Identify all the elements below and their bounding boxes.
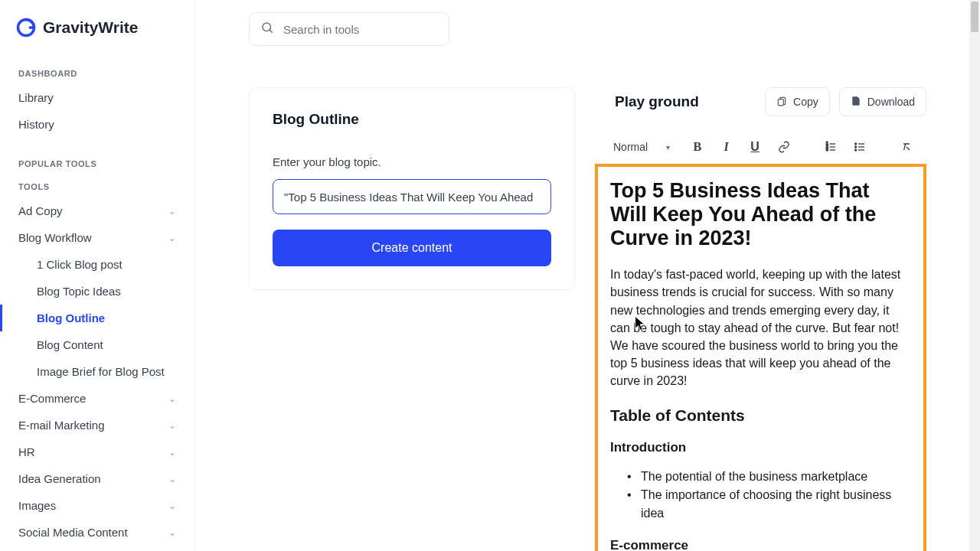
editor-toolbar: Normal ▾ B I U 123: [595, 130, 926, 164]
sidebar-item-label: 1 Click Blog post: [37, 258, 122, 271]
sidebar-item-images[interactable]: Images ⌄: [0, 492, 194, 519]
search-box[interactable]: [249, 12, 449, 46]
sidebar-item-idea[interactable]: Idea Generation ⌄: [0, 465, 194, 492]
section-dashboard: DASHBOARD: [0, 61, 194, 84]
italic-button[interactable]: I: [717, 138, 736, 156]
output-intro-list: The potential of the business marketplac…: [610, 468, 911, 523]
window-scrollbar[interactable]: [969, 0, 980, 551]
form-title: Blog Outline: [273, 111, 551, 128]
sidebar-item-label: Social Media Content: [18, 526, 128, 539]
chevron-down-icon: ⌄: [168, 474, 176, 484]
sidebar-item-label: Blog Content: [37, 338, 103, 351]
sidebar: GravityWrite DASHBOARD Library History P…: [0, 0, 195, 551]
sidebar-item-label: History: [18, 118, 54, 131]
format-dropdown[interactable]: Normal ▾: [606, 138, 678, 156]
chevron-down-icon: ⌄: [168, 527, 176, 538]
svg-rect-4: [778, 99, 783, 105]
sidebar-sub-blogcontent[interactable]: Blog Content: [0, 331, 194, 358]
sidebar-item-label: Image Brief for Blog Post: [37, 365, 165, 378]
sidebar-item-label: Images: [18, 499, 56, 512]
main: Blog Outline Enter your blog topic. Crea…: [195, 0, 980, 551]
sidebar-item-label: Library: [18, 91, 54, 104]
unordered-list-button[interactable]: [851, 138, 869, 156]
output-section-intro: Introduction: [610, 440, 911, 455]
sidebar-sub-1clickblog[interactable]: 1 Click Blog post: [0, 251, 194, 278]
scrollbar-thumb[interactable]: [971, 2, 978, 32]
logo-icon: [15, 17, 37, 38]
sidebar-item-label: Blog Outline: [37, 311, 105, 324]
copy-button-label: Copy: [793, 96, 818, 108]
sidebar-sub-blogtopic[interactable]: Blog Topic Ideas: [0, 278, 194, 305]
link-button[interactable]: [775, 138, 793, 156]
download-button-label: Download: [867, 96, 915, 108]
editor-output[interactable]: Top 5 Business Ideas That Will Keep You …: [595, 164, 926, 551]
chevron-down-icon: ⌄: [168, 447, 176, 458]
sidebar-item-hr[interactable]: HR ⌄: [0, 439, 194, 465]
logo-text: GravityWrite: [43, 18, 139, 37]
chevron-down-icon: ⌄: [168, 500, 176, 511]
sidebar-item-label: Idea Generation: [18, 472, 101, 485]
svg-line-2: [270, 30, 272, 32]
sidebar-item-history[interactable]: History: [0, 111, 194, 138]
sidebar-item-email[interactable]: E-mail Marketing ⌄: [0, 412, 194, 439]
create-content-button[interactable]: Create content: [273, 230, 551, 266]
clipboard-icon: [776, 96, 787, 109]
chevron-down-icon: ⌄: [168, 393, 176, 404]
sidebar-item-label: Ad Copy: [18, 204, 63, 217]
svg-point-16: [854, 149, 856, 151]
format-label: Normal: [613, 141, 648, 153]
download-icon: [851, 96, 861, 109]
output-toc-heading: Table of Contents: [610, 406, 911, 425]
bold-button[interactable]: B: [688, 138, 707, 156]
blog-topic-input[interactable]: [273, 179, 551, 214]
svg-point-14: [854, 143, 856, 145]
sidebar-item-blogworkflow[interactable]: Blog Workflow ⌄: [0, 224, 194, 251]
clear-format-button[interactable]: [897, 138, 916, 156]
sidebar-sub-imagebrief[interactable]: Image Brief for Blog Post: [0, 358, 194, 385]
content-row: Blog Outline Enter your blog topic. Crea…: [195, 58, 980, 551]
output-heading: Top 5 Business Ideas That Will Keep You …: [610, 179, 911, 250]
select-caret-icon: ▾: [666, 143, 670, 152]
output-section-ecommerce: E-commerce: [610, 538, 911, 551]
underline-button[interactable]: U: [746, 138, 764, 156]
form-panel: Blog Outline Enter your blog topic. Crea…: [249, 87, 575, 290]
playground-header: Play ground Copy: [595, 87, 926, 130]
output-bullet: The importance of choosing the right bus…: [641, 486, 911, 523]
output-intro: In today's fast-paced world, keeping up …: [610, 266, 911, 390]
section-tools: TOOLS: [0, 174, 194, 197]
form-label: Enter your blog topic.: [273, 155, 551, 168]
svg-text:3: 3: [826, 148, 828, 152]
section-popular: POPULAR TOOLS: [0, 152, 194, 174]
playground-panel: Play ground Copy: [595, 87, 926, 551]
search-icon: [260, 21, 274, 37]
svg-point-15: [854, 146, 856, 148]
copy-button[interactable]: Copy: [765, 87, 830, 116]
sidebar-item-ecommerce[interactable]: E-Commerce ⌄: [0, 385, 194, 412]
sidebar-item-label: Blog Topic Ideas: [37, 285, 121, 298]
chevron-down-icon: ⌄: [168, 420, 176, 431]
sidebar-item-label: E-Commerce: [18, 392, 86, 405]
search-input[interactable]: [283, 23, 438, 36]
output-bullet: The potential of the business marketplac…: [641, 468, 911, 486]
svg-point-1: [263, 23, 271, 31]
topbar: [195, 0, 980, 58]
chevron-down-icon: ⌄: [168, 206, 176, 217]
sidebar-sub-blogoutline[interactable]: Blog Outline: [0, 305, 194, 331]
logo[interactable]: GravityWrite: [0, 17, 194, 61]
sidebar-item-writing[interactable]: Writing Assistant ⌄: [0, 546, 194, 551]
download-button[interactable]: Download: [839, 87, 926, 116]
sidebar-item-library[interactable]: Library: [0, 84, 194, 111]
sidebar-item-label: E-mail Marketing: [18, 419, 105, 432]
playground-title: Play ground: [615, 93, 699, 110]
chevron-down-icon: ⌄: [168, 233, 176, 243]
ordered-list-button[interactable]: 123: [822, 138, 840, 156]
sidebar-item-social[interactable]: Social Media Content ⌄: [0, 519, 194, 546]
sidebar-item-label: HR: [18, 445, 35, 458]
sidebar-item-label: Blog Workflow: [18, 231, 92, 244]
sidebar-item-adcopy[interactable]: Ad Copy ⌄: [0, 197, 194, 224]
